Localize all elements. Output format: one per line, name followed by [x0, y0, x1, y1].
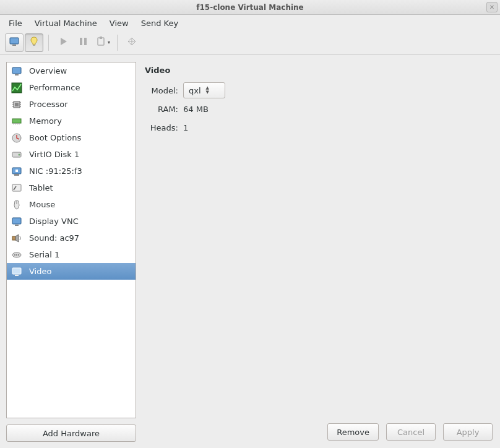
menu-send-key[interactable]: Send Key [136, 17, 183, 30]
shutdown-button[interactable]: ▾ [93, 33, 112, 52]
sidebar-item-label: Overview [29, 66, 67, 75]
sidebar-item-performance[interactable]: Performance [7, 79, 136, 96]
video-icon [11, 265, 23, 278]
add-hardware-label: Add Hardware [43, 429, 100, 438]
sidebar-item-nic[interactable]: NIC :91:25:f3 [7, 163, 136, 179]
nic-icon [11, 165, 23, 178]
sidebar-item-boot-options[interactable]: Boot Options [7, 129, 136, 146]
run-button[interactable] [54, 33, 72, 52]
ram-label: RAM: [145, 105, 183, 114]
window-title: f15-clone Virtual Machine [196, 3, 304, 12]
sidebar-item-label: VirtIO Disk 1 [29, 150, 79, 159]
display-icon [11, 215, 23, 228]
sidebar-item-label: NIC :91:25:f3 [29, 166, 82, 176]
monitor-icon [9, 36, 20, 49]
cancel-button[interactable]: Cancel [386, 423, 436, 441]
sidebar-item-label: Boot Options [29, 133, 81, 142]
heads-label: Heads: [145, 123, 183, 132]
disk-icon [11, 149, 23, 161]
pause-button[interactable] [74, 33, 92, 52]
menu-view[interactable]: View [105, 17, 134, 30]
tablet-icon [11, 182, 23, 194]
console-view-button[interactable] [5, 33, 24, 52]
sound-icon [11, 232, 23, 244]
apply-button[interactable]: Apply [443, 423, 493, 441]
action-bar: Remove Cancel Apply [145, 421, 494, 442]
menu-virtual-machine[interactable]: Virtual Machine [30, 17, 102, 30]
monitor-icon [11, 65, 23, 77]
toolbar-separator [117, 35, 118, 51]
sidebar-item-sound[interactable]: Sound: ac97 [7, 230, 136, 246]
toolbar-separator [48, 35, 49, 51]
sidebar-item-label: Performance [29, 83, 80, 92]
sidebar-item-label: Display VNC [29, 217, 79, 226]
details-panel: Video Model: qxl ▲▼ RAM: 64 MB Heads: 1 [145, 62, 494, 421]
play-icon [58, 36, 69, 49]
chevron-down-icon: ▾ [108, 40, 110, 45]
details-view-button[interactable] [25, 33, 43, 52]
ram-value: 64 MB [183, 105, 209, 114]
window-close-button[interactable]: ✕ [486, 2, 498, 12]
sidebar-item-video[interactable]: Video [7, 263, 136, 280]
cpu-icon [11, 98, 23, 111]
fullscreen-icon [126, 36, 137, 49]
model-value: qxl [189, 86, 201, 95]
close-icon: ✕ [489, 4, 494, 11]
sidebar-item-label: Tablet [29, 183, 53, 192]
sidebar-item-processor[interactable]: Processor [7, 96, 136, 113]
sidebar-item-memory[interactable]: Memory [7, 113, 136, 129]
lightbulb-icon [28, 36, 40, 49]
sidebar-item-label: Video [29, 267, 51, 276]
performance-icon [11, 82, 23, 94]
sidebar-item-virtio-disk-1[interactable]: VirtIO Disk 1 [7, 146, 136, 163]
titlebar: f15-clone Virtual Machine ✕ [0, 0, 500, 15]
mouse-icon [11, 199, 23, 211]
serial-icon [11, 249, 23, 261]
menu-file[interactable]: File [4, 17, 27, 30]
model-combobox[interactable]: qxl ▲▼ [183, 82, 225, 98]
panel-title: Video [145, 66, 494, 75]
boot-icon [11, 132, 23, 144]
toolbar: ▾ [0, 31, 500, 54]
model-label: Model: [145, 86, 183, 95]
sidebar-item-label: Serial 1 [29, 250, 59, 259]
sidebar-item-mouse[interactable]: Mouse [7, 196, 136, 213]
sidebar-item-label: Mouse [29, 200, 55, 209]
sidebar-item-overview[interactable]: Overview [7, 62, 136, 79]
add-hardware-button[interactable]: Add Hardware [6, 424, 136, 442]
combo-arrows-icon: ▲▼ [205, 86, 210, 95]
sidebar-item-label: Memory [29, 116, 62, 126]
sidebar-item-display-vnc[interactable]: Display VNC [7, 213, 136, 230]
memory-icon [11, 115, 23, 127]
remove-button[interactable]: Remove [327, 423, 379, 441]
sidebar-item-tablet[interactable]: Tablet [7, 179, 136, 196]
power-icon [95, 36, 106, 49]
sidebar-item-label: Sound: ac97 [29, 233, 79, 243]
sidebar-item-label: Processor [29, 100, 68, 109]
menubar: File Virtual Machine View Send Key [0, 15, 500, 31]
heads-value: 1 [183, 123, 188, 132]
sidebar-item-serial-1[interactable]: Serial 1 [7, 246, 136, 263]
fullscreen-button[interactable] [123, 33, 141, 52]
pause-icon [77, 36, 88, 49]
hardware-list: Overview Performance Processor Memory Bo… [6, 62, 136, 418]
